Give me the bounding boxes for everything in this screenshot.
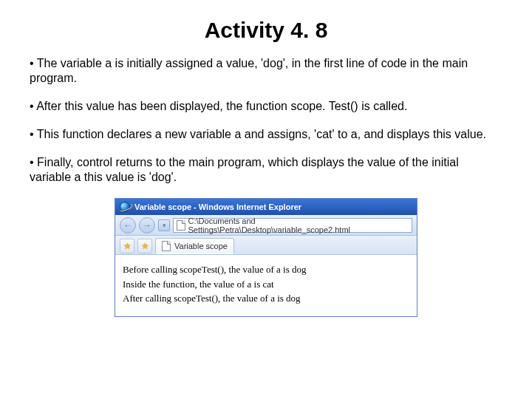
page-title: Activity 4. 8 xyxy=(30,18,502,43)
page-icon xyxy=(177,220,185,231)
forward-button[interactable]: → xyxy=(139,217,155,233)
nav-dropdown-button[interactable]: ▾ xyxy=(158,219,170,231)
browser-tab[interactable]: Variable scope xyxy=(155,238,234,254)
add-favorite-button[interactable]: ★ xyxy=(137,239,152,253)
bullet-1: • The variable a is initially assigned a… xyxy=(30,56,502,86)
arrow-left-icon: ← xyxy=(123,220,132,231)
bullet-2: • After this value has been displayed, t… xyxy=(30,99,502,114)
output-line-3: After calling scopeTest(), the value of … xyxy=(123,291,409,306)
browser-nav-row: ← → ▾ C:\Documents and Settings\Petra\De… xyxy=(115,215,417,236)
browser-window: Variable scope - Windows Internet Explor… xyxy=(115,198,417,317)
browser-content: Before calling scopeTest(), the value of… xyxy=(115,255,417,316)
address-text: C:\Documents and Settings\Petra\Desktop\… xyxy=(188,216,409,234)
window-title-text: Variable scope - Windows Internet Explor… xyxy=(134,202,301,211)
output-line-1: Before calling scopeTest(), the value of… xyxy=(123,262,409,277)
chevron-down-icon: ▾ xyxy=(163,222,166,229)
ie-logo-icon xyxy=(120,202,130,212)
bullet-4: • Finally, control returns to the main p… xyxy=(30,155,502,185)
arrow-right-icon: → xyxy=(143,220,151,231)
output-line-2: Inside the function, the value of a is c… xyxy=(123,277,409,292)
bullet-3: • This function declares a new variable … xyxy=(30,127,502,142)
star-icon: ★ xyxy=(141,241,149,251)
address-bar[interactable]: C:\Documents and Settings\Petra\Desktop\… xyxy=(173,218,412,233)
tab-label: Variable scope xyxy=(174,242,228,250)
browser-tab-row: ★ ★ Variable scope xyxy=(115,236,417,255)
page-icon xyxy=(162,241,171,251)
browser-titlebar: Variable scope - Windows Internet Explor… xyxy=(115,199,417,215)
star-icon: ★ xyxy=(123,241,132,251)
favorites-button[interactable]: ★ xyxy=(120,239,134,253)
back-button[interactable]: ← xyxy=(120,217,136,233)
